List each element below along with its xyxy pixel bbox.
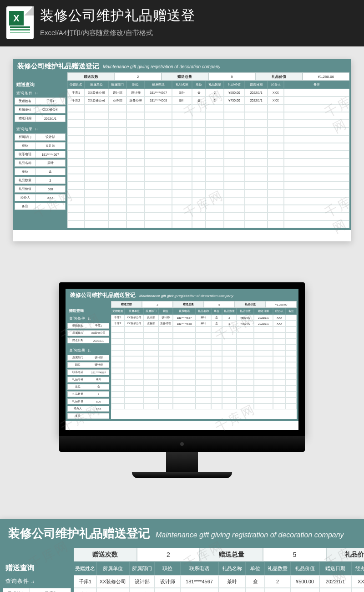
table-cell[interactable] <box>172 213 192 220</box>
table-cell[interactable] <box>222 368 237 374</box>
table-cell[interactable] <box>108 174 126 182</box>
table-cell[interactable] <box>222 350 237 356</box>
table-cell[interactable] <box>126 174 145 182</box>
table-cell[interactable]: 盒 <box>211 321 222 327</box>
table-cell[interactable]: 盒 <box>246 588 265 592</box>
table-cell[interactable] <box>144 403 158 409</box>
table-cell[interactable]: XX装修公司 <box>125 315 144 321</box>
table-cell[interactable] <box>173 368 196 374</box>
table-cell[interactable] <box>108 128 126 135</box>
table-cell[interactable] <box>237 327 254 332</box>
table-cell[interactable] <box>125 374 144 380</box>
table-cell[interactable]: 2 <box>265 575 290 588</box>
table-cell[interactable] <box>85 135 108 143</box>
table-cell[interactable] <box>111 350 125 356</box>
table-cell[interactable]: 业务经理 <box>155 588 180 592</box>
table-cell[interactable] <box>286 380 297 386</box>
table-cell[interactable] <box>196 403 211 409</box>
table-cell[interactable] <box>126 128 145 135</box>
table-cell[interactable] <box>273 386 286 392</box>
table-cell[interactable] <box>268 182 284 189</box>
table-cell[interactable] <box>211 403 222 409</box>
table-cell[interactable] <box>284 135 349 143</box>
table-cell[interactable] <box>222 374 237 380</box>
table-cell[interactable]: 181****4567 <box>145 89 172 97</box>
table-cell[interactable] <box>222 403 237 409</box>
table-cell[interactable] <box>192 120 206 128</box>
table-cell[interactable] <box>126 205 145 213</box>
table-cell[interactable] <box>111 327 125 332</box>
table-cell[interactable] <box>158 368 173 374</box>
table-cell[interactable] <box>206 151 224 158</box>
table-cell[interactable] <box>192 174 206 182</box>
table-cell[interactable] <box>158 338 173 344</box>
table-cell[interactable] <box>108 182 126 189</box>
table-cell[interactable] <box>126 151 145 158</box>
table-cell[interactable] <box>125 386 144 392</box>
table-row-empty[interactable] <box>67 197 349 205</box>
table-cell[interactable]: 千库1 <box>111 315 125 321</box>
table-cell[interactable] <box>222 338 237 344</box>
table-cell[interactable] <box>158 380 173 386</box>
table-cell[interactable] <box>108 135 126 143</box>
table-cell[interactable] <box>108 220 126 228</box>
table-cell[interactable] <box>144 368 158 374</box>
table-cell[interactable] <box>237 380 254 386</box>
table-cell[interactable] <box>67 182 85 189</box>
table-cell[interactable] <box>254 327 273 332</box>
table-row-empty[interactable] <box>67 128 349 135</box>
table-cell[interactable] <box>126 112 145 120</box>
table-cell[interactable] <box>254 374 273 380</box>
table-cell[interactable] <box>85 189 108 197</box>
table-cell[interactable] <box>284 213 349 220</box>
table-cell[interactable] <box>172 197 192 205</box>
table-cell[interactable] <box>224 213 245 220</box>
table-cell[interactable] <box>254 386 273 392</box>
table-cell[interactable]: 181****4568 <box>180 588 218 592</box>
table-cell[interactable]: 181****4567 <box>173 315 196 321</box>
table-cell[interactable] <box>158 386 173 392</box>
table-cell[interactable] <box>284 89 349 97</box>
table-cell[interactable] <box>196 386 211 392</box>
table-cell[interactable] <box>245 166 268 174</box>
table-cell[interactable] <box>268 197 284 205</box>
table-cell[interactable] <box>145 128 172 135</box>
table-cell[interactable]: XXX <box>351 588 364 592</box>
table-cell[interactable]: 茶叶 <box>196 321 211 327</box>
table-row-empty[interactable] <box>67 205 349 213</box>
table-cell[interactable]: 3 <box>206 97 224 104</box>
table-cell[interactable] <box>284 104 349 112</box>
table-cell[interactable]: 2 <box>206 89 224 97</box>
table-cell[interactable] <box>237 398 254 403</box>
table-cell[interactable] <box>111 392 125 398</box>
table-row-empty[interactable] <box>111 392 297 398</box>
table-cell[interactable] <box>273 398 286 403</box>
table-cell[interactable] <box>145 182 172 189</box>
table-cell[interactable] <box>85 166 108 174</box>
table-cell[interactable] <box>172 166 192 174</box>
table-cell[interactable] <box>206 197 224 205</box>
table-cell[interactable]: 千库2 <box>67 97 85 104</box>
table-row-empty[interactable] <box>111 332 297 338</box>
table-cell[interactable] <box>67 143 85 151</box>
table-cell[interactable] <box>111 362 125 368</box>
table-row[interactable]: 千库1XX装修公司设计部设计师181****4567茶叶盒2¥500.00202… <box>111 315 297 321</box>
table-cell[interactable]: XXX <box>268 97 284 104</box>
table-cell[interactable]: XXX <box>351 575 364 588</box>
table-cell[interactable] <box>273 327 286 332</box>
table-cell[interactable] <box>211 344 222 350</box>
table-cell[interactable] <box>125 338 144 344</box>
table-cell[interactable] <box>158 344 173 350</box>
table-cell[interactable] <box>206 128 224 135</box>
table-row-empty[interactable] <box>67 220 349 228</box>
table-cell[interactable] <box>126 104 145 112</box>
table-cell[interactable] <box>125 356 144 362</box>
table-cell[interactable]: 业务经理 <box>158 321 173 327</box>
table-cell[interactable] <box>158 403 173 409</box>
table-cell[interactable] <box>125 332 144 338</box>
table-cell[interactable]: 业务部 <box>144 321 158 327</box>
table-cell[interactable] <box>284 205 349 213</box>
table-cell[interactable] <box>145 189 172 197</box>
table-cell[interactable]: 千库1 <box>74 575 96 588</box>
table-cell[interactable] <box>67 128 85 135</box>
